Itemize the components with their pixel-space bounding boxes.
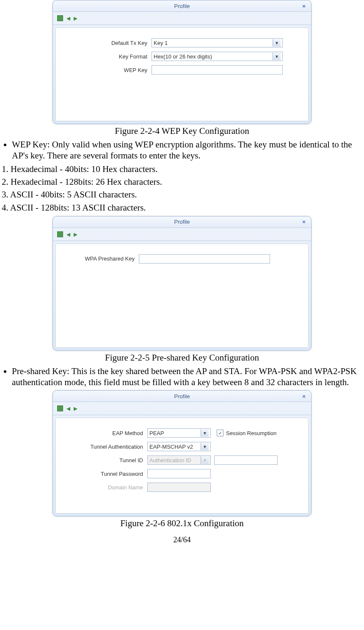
close-icon[interactable]: ×: [300, 392, 308, 400]
default-tx-key-select[interactable]: Key 1 ▼: [152, 38, 283, 47]
chevron-down-icon: ▼: [273, 53, 281, 60]
bullet-wep-key: WEP Key: Only valid when using WEP encry…: [12, 139, 364, 161]
session-resumption-label: Session Resumption: [226, 430, 276, 436]
tunnel-auth-value: EAP-MSCHAP v2: [149, 444, 193, 450]
dialog-psk: Profile × ◂ ▸ WPA Preshared Key: [52, 216, 312, 351]
wep-key-label: WEP Key: [63, 67, 152, 73]
dialog-8021x: Profile × ◂ ▸ EAP Method PEAP ▼ ✓ Sessio…: [52, 390, 312, 516]
stop-icon[interactable]: [57, 15, 63, 21]
format-3: 3. ASCII - 40bits: 5 ASCII characters.: [0, 189, 364, 200]
page-number: 24/64: [0, 536, 364, 544]
forward-icon[interactable]: ▸: [74, 230, 77, 238]
eap-method-select[interactable]: PEAP ▼: [147, 428, 211, 438]
figure-caption-2: Figure 2-2-5 Pre-shared Key Configuratio…: [0, 352, 364, 363]
tunnel-id-select: Authentication ID ▼: [147, 455, 211, 465]
bullet-list-2: Pre-shared Key: This is the key shared b…: [0, 366, 364, 388]
dialog-title: Profile: [174, 3, 190, 9]
toolbar: ◂ ▸: [53, 228, 311, 241]
close-icon[interactable]: ×: [300, 218, 308, 226]
back-icon[interactable]: ◂: [66, 14, 70, 22]
titlebar: Profile ×: [53, 391, 311, 402]
tunnel-auth-select[interactable]: EAP-MSCHAP v2 ▼: [147, 442, 211, 451]
bullet-list-1: WEP Key: Only valid when using WEP encry…: [0, 139, 364, 161]
figure-caption-3: Figure 2-2-6 802.1x Configuration: [0, 518, 364, 529]
toolbar: ◂ ▸: [53, 12, 311, 25]
key-format-value: Hex(10 or 26 hex digits): [154, 53, 212, 60]
tunnel-password-label: Tunnel Password: [63, 471, 147, 477]
forward-icon[interactable]: ▸: [74, 14, 77, 22]
psk-label: WPA Preshared Key: [63, 255, 139, 262]
domain-name-label: Domain Name: [63, 484, 147, 491]
format-2: 2. Hexadecimal - 128bits: 26 Hex charact…: [0, 176, 364, 188]
session-resumption-checkbox[interactable]: ✓: [217, 430, 223, 436]
tunnel-password-input[interactable]: [147, 469, 211, 478]
chevron-down-icon: ▼: [201, 456, 209, 464]
key-format-label: Key Format: [63, 53, 152, 60]
dialog-wep: Profile × ◂ ▸ Default Tx Key Key 1 ▼ Key…: [52, 0, 312, 124]
stop-icon[interactable]: [57, 231, 63, 237]
back-icon[interactable]: ◂: [66, 405, 70, 412]
eap-method-label: EAP Method: [63, 430, 147, 436]
close-icon[interactable]: ×: [300, 2, 308, 10]
forward-icon[interactable]: ▸: [74, 405, 77, 412]
chevron-down-icon: ▼: [201, 429, 209, 437]
wep-key-input[interactable]: [152, 65, 283, 75]
titlebar: Profile ×: [53, 0, 311, 12]
psk-input[interactable]: [139, 254, 270, 264]
chevron-down-icon: ▼: [273, 39, 281, 47]
domain-name-input: [147, 483, 211, 492]
tunnel-auth-label: Tunnel Authentication: [63, 444, 147, 450]
panel: EAP Method PEAP ▼ ✓ Session Resumption T…: [55, 418, 309, 513]
format-4: 4. ASCII - 128bits: 13 ASCII characters.: [0, 202, 364, 214]
tunnel-id-label: Tunnel ID: [63, 457, 147, 463]
panel: WPA Preshared Key: [55, 244, 309, 348]
figure-caption-1: Figure 2-2-4 WEP Key Configuration: [0, 126, 364, 136]
key-format-select[interactable]: Hex(10 or 26 hex digits) ▼: [152, 52, 283, 61]
bullet-psk: Pre-shared Key: This is the key shared b…: [12, 366, 364, 388]
dialog-title: Profile: [174, 393, 190, 400]
chevron-down-icon: ▼: [201, 443, 209, 450]
default-tx-key-label: Default Tx Key: [63, 40, 152, 46]
default-tx-key-value: Key 1: [154, 40, 168, 46]
titlebar: Profile ×: [53, 216, 311, 228]
eap-method-value: PEAP: [149, 430, 164, 436]
tunnel-id-value: Authentication ID: [149, 457, 191, 463]
back-icon[interactable]: ◂: [66, 230, 70, 238]
dialog-title: Profile: [174, 219, 190, 225]
panel: Default Tx Key Key 1 ▼ Key Format Hex(10…: [55, 28, 309, 121]
format-1: 1. Hexadecimal - 40bits: 10 Hex characte…: [0, 163, 364, 175]
toolbar: ◂ ▸: [53, 402, 311, 415]
tunnel-id-input[interactable]: [214, 455, 278, 465]
stop-icon[interactable]: [57, 405, 63, 411]
